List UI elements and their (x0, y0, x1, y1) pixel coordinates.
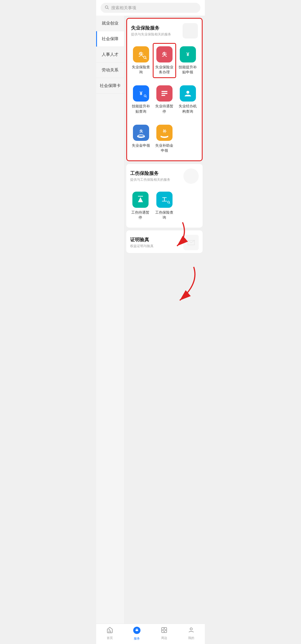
daiyou-stop-icon (156, 85, 173, 102)
zhengming-section: 证明验真 权益证明与验真 (126, 230, 203, 253)
shiye-grid-1: 失 失业保险查询 失 失业保险业务办理 (127, 41, 202, 82)
service-daiyou-stop[interactable]: 失业待遇暂停 (153, 82, 176, 117)
shiyebuzhu-icon: 补 (156, 125, 173, 141)
shiye-handle-label: 失业保险业务办理 (155, 65, 173, 75)
svg-line-3 (146, 58, 147, 59)
svg-text:失: 失 (139, 129, 143, 133)
service-shiyebuzhu[interactable]: 补 失业补助金申领 (153, 121, 176, 156)
nav-mine-label: 我的 (188, 636, 194, 640)
shiye-section: 失业保险服务 提供与失业保险相关的服务 失 (126, 18, 203, 161)
shiyejin-label: 失业金申领 (132, 143, 150, 148)
jinneng-query-label: 技能提升补贴查询 (132, 104, 150, 114)
svg-rect-6 (161, 91, 167, 92)
zhengming-subtitle: 权益证明与验真 (130, 244, 154, 249)
svg-point-9 (186, 91, 190, 94)
sidebar: 就业创业 社会保障 人事人才 劳动关系 社会保障卡 (96, 16, 124, 629)
search-icon (105, 5, 109, 11)
service-gongshang-stop[interactable]: 工伤待遇暂停 (128, 188, 152, 223)
gongshang-header: 工伤保险服务 提供与工伤保险相关的服务 (126, 164, 203, 187)
shiye-grid-3: 失 失业金申领 补 (127, 121, 202, 160)
service-shiye-handle[interactable]: 失 失业保险业务办理 (153, 43, 176, 78)
nav-mine[interactable]: 我的 (178, 624, 205, 644)
nav-nearby[interactable]: 周边 (151, 624, 178, 644)
svg-point-4 (144, 95, 146, 97)
svg-rect-7 (161, 93, 167, 94)
svg-point-2 (144, 56, 146, 58)
nav-home-label: 首页 (107, 636, 113, 640)
shiye-handle-icon: 失 (156, 46, 173, 62)
page-wrapper: 搜索相关事项 就业创业 社会保障 人事人才 劳动关系 社会保障卡 (96, 0, 205, 644)
home-icon (106, 627, 113, 635)
shiye-query-label: 失业保险查询 (132, 65, 150, 75)
gongshang-subtitle: 提供与工伤保险相关的服务 (130, 177, 170, 182)
svg-point-27 (190, 628, 192, 630)
svg-rect-12 (138, 196, 143, 197)
nav-service[interactable]: 服务 (123, 624, 151, 644)
sidebar-item-shebao[interactable]: 社会保障 (96, 31, 124, 47)
shiyebuzhu-label: 失业补助金申领 (155, 143, 173, 153)
sidebar-item-jiuye[interactable]: 就业创业 (96, 16, 124, 31)
search-bar: 搜索相关事项 (96, 0, 205, 16)
jinneng-apply-label: 技能提升补贴申领 (179, 65, 197, 75)
svg-rect-8 (161, 95, 165, 96)
service-empty2 (176, 188, 200, 223)
daiyou-stop-label: 失业待遇暂停 (155, 104, 173, 114)
nearby-icon (161, 627, 168, 635)
svg-rect-19 (109, 629, 110, 630)
search-input-wrap[interactable]: 搜索相关事项 (101, 3, 200, 13)
shiye-header: 失业保险服务 提供与失业保险相关的服务 (127, 19, 202, 41)
nav-home[interactable]: 首页 (96, 624, 123, 644)
service-jinneng-apply[interactable]: ¥ 技能提升补贴申领 (176, 43, 200, 78)
shiye-grid-2: ¥ 技能提升补贴查询 (127, 82, 202, 121)
svg-text:补: 补 (162, 129, 166, 133)
gongshang-title: 工伤保险服务 (130, 170, 170, 177)
shiye-subtitle: 提供与失业保险相关的服务 (131, 32, 171, 37)
service-jinneng-query[interactable]: ¥ 技能提升补贴查询 (129, 82, 153, 117)
service-empty (176, 121, 200, 156)
content-area: 失业保险服务 提供与失业保险相关的服务 失 (124, 16, 205, 629)
jinneng-apply-icon: ¥ (180, 46, 196, 62)
zhengming-header: 证明验真 权益证明与验真 (126, 230, 203, 253)
svg-line-1 (108, 8, 109, 9)
shiyejin-icon: 失 (133, 125, 149, 141)
sidebar-item-shebaoka[interactable]: 社会保障卡 (96, 78, 124, 94)
service-shiyejin[interactable]: 失 失业金申领 (129, 121, 153, 156)
service-jigou-query[interactable]: 失业经办机构查询 (176, 82, 200, 117)
jigou-query-label: 失业经办机构查询 (179, 104, 197, 114)
mine-icon (188, 627, 195, 635)
gongshang-stop-label: 工伤待遇暂停 (131, 210, 149, 220)
search-placeholder: 搜索相关事项 (111, 5, 136, 11)
nav-service-label: 服务 (134, 636, 140, 641)
main-layout: 就业创业 社会保障 人事人才 劳动关系 社会保障卡 失业保险服务 (96, 16, 205, 629)
svg-point-14 (168, 201, 169, 203)
service-icon (133, 627, 140, 636)
shiye-query-icon: 失 (133, 46, 149, 62)
sidebar-item-laodong[interactable]: 劳动关系 (96, 62, 124, 78)
bottom-nav: 首页 服务 (96, 624, 205, 644)
shiye-icon (183, 23, 198, 38)
svg-line-15 (169, 203, 170, 204)
gongshang-query-label: 工伤保险查询 (155, 210, 173, 220)
gongshang-icon (183, 168, 199, 184)
svg-rect-18 (109, 631, 111, 633)
gongshang-stop-icon (132, 192, 149, 208)
svg-marker-13 (138, 197, 143, 202)
gongshang-grid: 工伤待遇暂停 工 工伤保险查询 (126, 187, 203, 227)
svg-line-5 (146, 97, 147, 98)
jigou-query-icon (180, 85, 196, 102)
shiye-title: 失业保险服务 (131, 25, 171, 31)
gongshang-query-icon: 工 (156, 192, 173, 208)
svg-point-0 (105, 6, 108, 8)
sidebar-item-renshi[interactable]: 人事人才 (96, 47, 124, 62)
nav-nearby-label: 周边 (161, 636, 167, 640)
service-gongshang-query[interactable]: 工 工伤保险查询 (152, 188, 176, 223)
zhengming-title: 证明验真 (130, 237, 154, 243)
zhengming-icon (183, 235, 199, 250)
jinneng-query-icon: ¥ (133, 85, 149, 102)
gongshang-section: 工伤保险服务 提供与工伤保险相关的服务 工伤待 (126, 164, 203, 227)
service-shiye-query[interactable]: 失 失业保险查询 (129, 43, 153, 78)
svg-point-22 (163, 629, 165, 631)
